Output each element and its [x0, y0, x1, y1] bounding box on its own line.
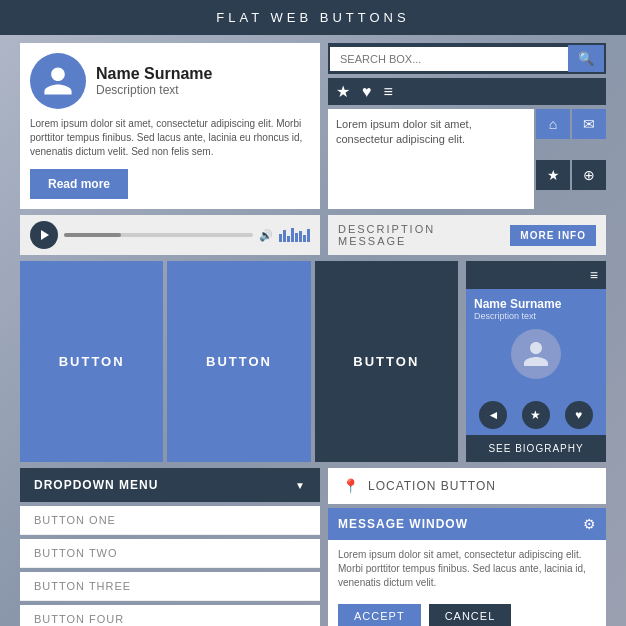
star-icon-box[interactable]: ★ [536, 160, 570, 190]
icon-grid: ⌂ ✉ ★ ⊕ [536, 109, 606, 209]
bar-4 [291, 228, 294, 242]
message-title: MESSAGE WINDOW [338, 517, 468, 531]
row-4: DROPDOWN MENU ▼ BUTTON ONE BUTTON TWO BU… [20, 468, 606, 626]
heart-icon[interactable]: ♥ [362, 83, 372, 101]
right-column: 📍 LOCATION BUTTON MESSAGE WINDOW ⚙ Lorem… [328, 468, 606, 626]
home-icon-box[interactable]: ⌂ [536, 109, 570, 139]
icon-row: ★ ♥ ≡ [328, 78, 606, 105]
menu-item-3[interactable]: BUTTON THREE [20, 572, 320, 601]
accept-button[interactable]: ACCEPT [338, 604, 421, 626]
search-bar: 🔍 [328, 43, 606, 74]
settings-icon[interactable]: ⚙ [583, 516, 596, 532]
hamburger-icon[interactable]: ≡ [590, 267, 598, 283]
heart-button[interactable]: ♥ [565, 401, 593, 429]
mobile-header: ≡ [466, 261, 606, 289]
bar-5 [295, 233, 298, 242]
rss-icon-box[interactable]: ⊕ [572, 160, 606, 190]
row-3: BUTTON BUTTON BUTTON ≡ Name Surname Desc… [20, 261, 606, 462]
more-info-button[interactable]: MORE INFO [510, 225, 596, 246]
bar-1 [279, 234, 282, 242]
star-button[interactable]: ★ [522, 401, 550, 429]
profile-description: Description text [96, 83, 213, 97]
mobile-avatar [511, 329, 561, 379]
bar-6 [299, 231, 302, 242]
bar-2 [283, 230, 286, 242]
message-window: MESSAGE WINDOW ⚙ Lorem ipsum dolor sit a… [328, 508, 606, 626]
row-2: 🔊 DESCRIPTION MESSAGE MORE INFO [20, 215, 606, 255]
profile-body: Lorem ipsum dolor sit amet, consectetur … [30, 117, 310, 159]
mobile-card: ≡ Name Surname Description text ◄ ★ ♥ SE… [466, 261, 606, 462]
search-input[interactable] [330, 47, 568, 71]
star-icon[interactable]: ★ [336, 82, 350, 101]
location-icon: 📍 [342, 478, 360, 494]
menu-item-2[interactable]: BUTTON TWO [20, 539, 320, 568]
dropdown-menu-button[interactable]: DROPDOWN MENU ▼ [20, 468, 320, 502]
play-button[interactable] [30, 221, 58, 249]
profile-name: Name Surname [96, 65, 213, 83]
share-button[interactable]: ◄ [479, 401, 507, 429]
email-icon-box[interactable]: ✉ [572, 109, 606, 139]
info-section: Lorem ipsum dolor sit amet, consectetur … [328, 109, 606, 209]
menu-item-4[interactable]: BUTTON FOUR [20, 605, 320, 626]
profile-top: Name Surname Description text [30, 53, 310, 109]
left-column: DROPDOWN MENU ▼ BUTTON ONE BUTTON TWO BU… [20, 468, 320, 626]
message-header: MESSAGE WINDOW ⚙ [328, 508, 606, 540]
message-body: Lorem ipsum dolor sit amet, consectetur … [328, 540, 606, 598]
button-2[interactable]: BUTTON [167, 261, 310, 462]
right-panel: 🔍 ★ ♥ ≡ Lorem ipsum dolor sit amet, cons… [328, 43, 606, 209]
mobile-actions: ◄ ★ ♥ [466, 395, 606, 435]
bar-3 [287, 236, 290, 242]
description-message-bar: DESCRIPTION MESSAGE MORE INFO [328, 215, 606, 255]
button-row: BUTTON BUTTON BUTTON [20, 261, 458, 462]
page-header: FLAT WEB BUTTONS [0, 0, 626, 35]
read-more-button[interactable]: Read more [30, 169, 128, 199]
equalizer-bars [279, 228, 310, 242]
profile-info: Name Surname Description text [96, 65, 213, 97]
description-label: DESCRIPTION MESSAGE [338, 223, 502, 247]
location-button[interactable]: 📍 LOCATION BUTTON [328, 468, 606, 504]
menu-item-1[interactable]: BUTTON ONE [20, 506, 320, 535]
info-text: Lorem ipsum dolor sit amet, consectetur … [328, 109, 534, 209]
row-1: Name Surname Description text Lorem ipsu… [20, 43, 606, 209]
menu-icon[interactable]: ≡ [384, 83, 393, 101]
location-label: LOCATION BUTTON [368, 479, 496, 493]
message-actions: ACCEPT CANCEL [328, 598, 606, 626]
bar-7 [303, 235, 306, 242]
bar-8 [307, 229, 310, 242]
search-button[interactable]: 🔍 [568, 45, 604, 72]
see-biography-button[interactable]: SEE BIOGRAPHY [466, 435, 606, 462]
mobile-profile: Name Surname Description text [466, 289, 606, 395]
button-3[interactable]: BUTTON [315, 261, 458, 462]
dropdown-label: DROPDOWN MENU [34, 478, 158, 492]
chevron-down-icon: ▼ [295, 480, 306, 491]
page-title: FLAT WEB BUTTONS [216, 10, 409, 25]
mobile-name: Name Surname [474, 297, 598, 311]
progress-fill [64, 233, 121, 237]
profile-card: Name Surname Description text Lorem ipsu… [20, 43, 320, 209]
avatar [30, 53, 86, 109]
audio-player: 🔊 [20, 215, 320, 255]
mobile-desc: Description text [474, 311, 598, 321]
cancel-button[interactable]: CANCEL [429, 604, 512, 626]
button-1[interactable]: BUTTON [20, 261, 163, 462]
progress-bar[interactable] [64, 233, 253, 237]
volume-icon: 🔊 [259, 229, 273, 242]
